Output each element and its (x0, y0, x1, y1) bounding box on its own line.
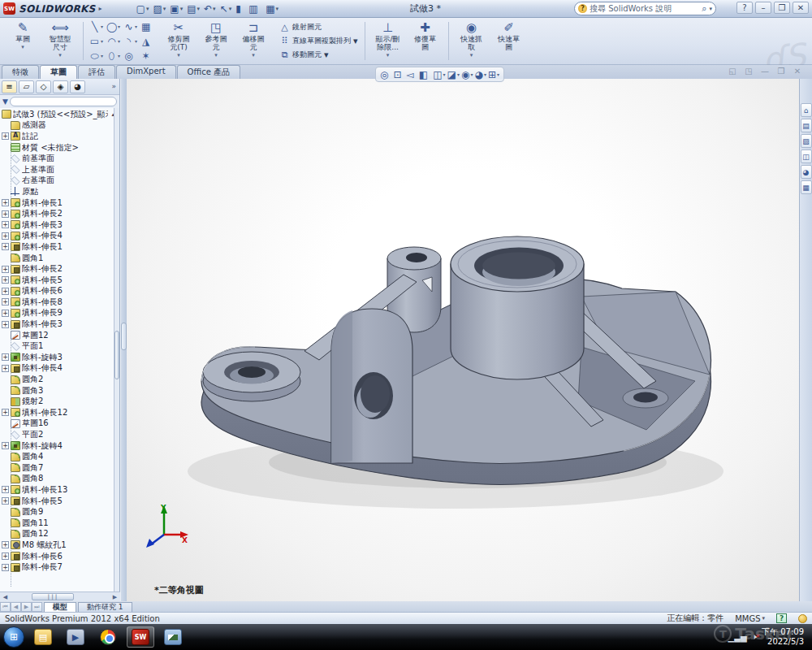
tab-scroll-next[interactable]: ▶ (21, 602, 32, 612)
point-tool[interactable]: ◎ ▾ (122, 49, 138, 63)
expand-toggle[interactable] (2, 365, 9, 372)
solidworks-resources-tab[interactable]: ⌂ (801, 103, 812, 117)
display-delete-relations-button[interactable]: ⊥ 顯示/刪 除限... ▾ (369, 20, 407, 63)
tree-item[interactable]: 圓角12 (0, 529, 114, 540)
undo-button[interactable]: ↶ ▾ (202, 2, 218, 16)
taskbar-media-player-button[interactable]: ▶ (62, 626, 89, 648)
quick-snaps-button[interactable]: ◉ 快速抓 取 ▾ (453, 20, 490, 63)
options-button[interactable]: ▦ ▾ (264, 2, 280, 16)
status-help-button[interactable]: ? (776, 613, 787, 623)
taskbar-photos-button[interactable] (159, 626, 187, 648)
trim-entities-button[interactable]: ✂ 修剪圖 元(T) ▾ (160, 20, 197, 63)
display-style-button[interactable]: ◪ ▾ (447, 69, 460, 80)
tree-item[interactable]: 平面2 (0, 429, 114, 440)
move-entities-button[interactable]: ⧉ 移動圖元 ▾ (277, 49, 361, 62)
new-document-button[interactable]: ▢ ▾ (135, 2, 151, 16)
taskbar-clock[interactable]: 下午 07:09 2022/5/3 (762, 627, 809, 647)
expand-toggle[interactable] (2, 552, 9, 560)
sketch-button[interactable]: ✎ 草圖 ▾ (4, 20, 41, 63)
tree-root-item[interactable]: 試做3 (預設<<預設>_顯示狀 ▴ (0, 109, 114, 120)
expand-toggle[interactable] (2, 497, 9, 505)
taskbar-explorer-button[interactable]: ▤ (29, 626, 57, 648)
splitter-handle[interactable] (121, 323, 127, 350)
select-button[interactable]: ↖ ▾ (218, 2, 234, 16)
speaker-muted-icon[interactable]: 🕨 (752, 632, 757, 642)
dropdown-caret-icon[interactable]: ▾ (197, 6, 200, 12)
dropdown-caret-icon[interactable]: ▾ (213, 6, 216, 12)
expand-toggle[interactable] (2, 409, 9, 416)
tree-item[interactable]: 平面1 (0, 340, 114, 352)
linear-sketch-pattern-button[interactable]: ⠿ 直線草圖複製排列 ▾ (277, 35, 361, 48)
tree-item[interactable]: 前基準面 (0, 153, 114, 164)
expand-toggle[interactable] (2, 232, 9, 240)
dropdown-caret-icon[interactable]: ▾ (146, 6, 149, 12)
expand-toggle[interactable] (2, 132, 9, 140)
tree-item[interactable]: 草圖12 (0, 330, 114, 341)
tree-item[interactable]: 圓角1 (0, 253, 114, 264)
line-tool[interactable]: ╲ ▾ (88, 20, 104, 34)
tree-item[interactable]: M8 螺紋孔1 (0, 540, 114, 551)
help-button[interactable]: ? (736, 2, 753, 14)
expand-toggle[interactable] (2, 199, 9, 206)
dropdown-caret-icon[interactable]: ▾ (443, 72, 446, 77)
expand-toggle[interactable] (2, 298, 9, 306)
taskbar-solidworks-button[interactable]: SW (127, 626, 154, 648)
dropdown-caret-icon[interactable]: ▾ (229, 6, 232, 12)
tree-item[interactable]: 填料-伸長12 (0, 407, 114, 418)
panel-overflow-chevron[interactable]: » (111, 82, 118, 90)
sketch-fillet-tool[interactable]: ◝ ▾ (122, 34, 138, 49)
tree-item[interactable]: 除料-伸長1 (0, 241, 114, 253)
tree-item[interactable]: 右基準面 (0, 176, 114, 187)
custom-properties-tab[interactable]: ▦ (801, 180, 812, 194)
slot-tool[interactable]: ⬭ ▾ (88, 49, 104, 63)
hide-show-items-button[interactable]: ◉ ▾ (461, 69, 473, 80)
dropdown-caret-icon[interactable]: ▾ (457, 72, 460, 77)
expand-toggle[interactable] (2, 288, 9, 295)
expand-toggle[interactable] (2, 486, 9, 493)
tree-item[interactable]: 填料-伸長8 (0, 297, 114, 308)
dropdown-caret-icon[interactable]: ▾ (484, 72, 486, 77)
dropdown-caret-icon[interactable]: ▾ (21, 44, 24, 50)
tree-item[interactable]: 填料-伸長3 (0, 219, 114, 231)
arc-tool[interactable]: ◠ ▾ (105, 34, 121, 49)
dropdown-caret-icon[interactable]: ▾ (470, 72, 473, 77)
tree-item[interactable]: 圓角7 (0, 462, 114, 474)
convert-entities-button[interactable]: ◳ 參考圖 元 ▾ (197, 20, 235, 63)
file-properties-button[interactable]: ▥ ▾ (247, 2, 263, 16)
file-explorer-tab[interactable]: ▨ (801, 134, 812, 148)
dropdown-caret-icon[interactable]: ▾ (214, 52, 218, 58)
tree-item[interactable]: 填料-伸長6 (0, 286, 114, 297)
panel-splitter[interactable] (121, 79, 127, 601)
zoom-area-button[interactable]: ⊡ ▾ (394, 69, 405, 80)
spline-tool[interactable]: ∿ ▾ (122, 20, 138, 34)
tree-item[interactable]: 除料-旋轉3 (0, 352, 114, 363)
unit-system-selector[interactable]: MMGS ▾ (735, 614, 765, 623)
configuration-manager-tab[interactable]: ◇ (36, 80, 51, 93)
network-icon[interactable]: ▁▃▅ (728, 633, 747, 642)
dropdown-caret-icon[interactable]: ▾ (275, 6, 279, 12)
tree-item[interactable]: 除料-伸長3 (0, 318, 114, 330)
expand-toggle[interactable] (2, 221, 9, 228)
expand-toggle[interactable] (2, 321, 9, 328)
ellipse-tool[interactable]: ⬯ ▾ (105, 49, 121, 63)
expand-toggle[interactable] (2, 266, 9, 273)
design-library-tab[interactable]: ▤ (801, 119, 812, 132)
rectangle-tool[interactable]: ▭ ▾ (88, 34, 104, 49)
expand-toggle[interactable] (2, 353, 9, 361)
dropdown-caret-icon[interactable]: ▾ (324, 50, 329, 60)
start-button[interactable]: ⊞ (3, 626, 24, 648)
mode-tab[interactable]: 模型 (44, 602, 76, 612)
tree-item[interactable]: 鏡射2 (0, 396, 114, 407)
tab-scroll-last[interactable]: ⏭ (32, 602, 42, 612)
command-tab[interactable]: 草圖 (40, 65, 77, 79)
tree-item[interactable]: 填料-伸長1 (0, 197, 114, 209)
zoom-fit-button[interactable]: ◎ ▾ (380, 69, 392, 80)
tree-item[interactable]: 圓角2 (0, 374, 114, 385)
tree-item[interactable]: 填料-伸長9 (0, 308, 114, 319)
dropdown-caret-icon[interactable]: ▾ (180, 6, 184, 12)
dimxpert-manager-tab[interactable]: ◈ (53, 80, 68, 93)
tree-item[interactable]: 上基準面 (0, 164, 114, 176)
tree-item[interactable]: 草圖16 (0, 418, 114, 430)
command-tab[interactable]: Office 產品 (177, 65, 240, 79)
doc-tile-icon[interactable]: ◳ (742, 67, 755, 76)
